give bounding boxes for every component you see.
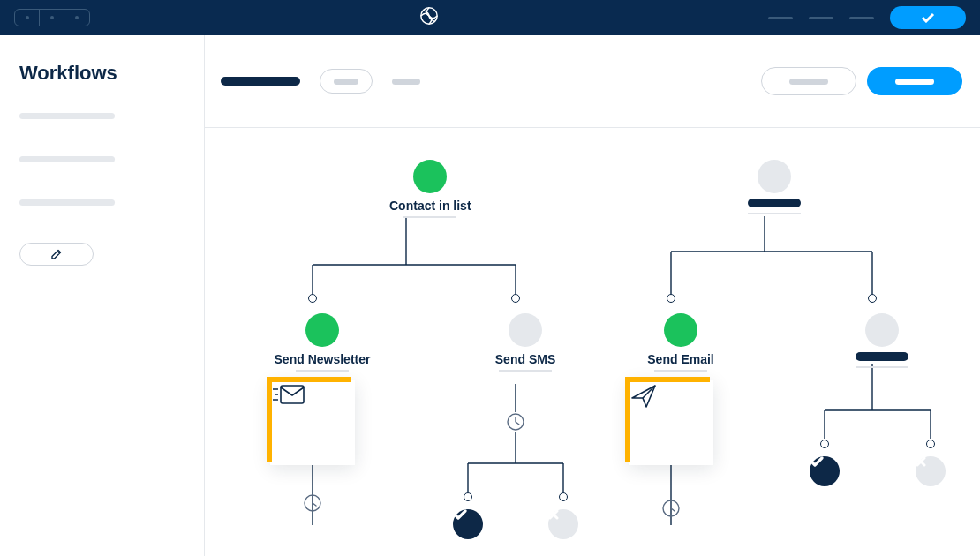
node-sms-yes[interactable] xyxy=(453,509,483,539)
check-icon xyxy=(305,313,339,347)
window-btn-3[interactable] xyxy=(64,10,89,26)
branch-point-icon xyxy=(464,492,472,501)
clock-icon xyxy=(661,499,681,518)
node-send-sms[interactable]: Send SMS xyxy=(499,313,552,372)
envelope-icon xyxy=(270,380,307,409)
toolbar xyxy=(205,35,980,128)
window-btn-1[interactable] xyxy=(15,10,40,26)
node-right-sub[interactable] xyxy=(856,313,908,368)
close-icon xyxy=(758,160,791,193)
branch-point-icon xyxy=(868,294,877,303)
branch-point-icon xyxy=(667,294,675,303)
node-send-newsletter[interactable]: Send Newsletter xyxy=(296,313,349,372)
svg-rect-1 xyxy=(281,386,304,403)
topbar-item-3[interactable] xyxy=(849,17,874,19)
app-logo-icon xyxy=(419,6,439,29)
toolbar-primary-button[interactable] xyxy=(867,67,962,95)
sidebar-edit-button[interactable] xyxy=(19,243,94,266)
toolbar-pill[interactable] xyxy=(320,69,373,94)
node-contact-in-list[interactable]: Contact in list xyxy=(389,160,471,218)
sidebar: Workflows xyxy=(0,35,205,556)
paper-plane-icon xyxy=(629,380,660,412)
clock-icon xyxy=(506,412,525,432)
topbar-item-1[interactable] xyxy=(768,17,793,19)
close-icon xyxy=(865,313,899,347)
node-right-yes[interactable] xyxy=(810,456,840,486)
sidebar-item-1[interactable] xyxy=(19,113,115,119)
card-email[interactable] xyxy=(629,380,713,465)
check-icon xyxy=(413,160,447,193)
branch-point-icon xyxy=(820,440,829,448)
node-root-right[interactable] xyxy=(748,160,801,214)
card-newsletter[interactable] xyxy=(270,380,355,465)
branch-point-icon xyxy=(559,492,568,501)
sidebar-title: Workflows xyxy=(19,62,185,85)
toolbar-tab-2[interactable] xyxy=(392,79,420,85)
sidebar-item-2[interactable] xyxy=(19,156,115,162)
branch-point-icon xyxy=(511,294,520,303)
topbar-done-button[interactable] xyxy=(890,6,966,29)
node-right-no[interactable] xyxy=(916,456,946,486)
clock-icon xyxy=(303,493,322,513)
close-icon xyxy=(509,313,542,347)
topbar xyxy=(0,0,980,35)
node-sms-no[interactable] xyxy=(548,509,578,539)
pencil-icon xyxy=(50,248,63,260)
branch-point-icon xyxy=(926,440,935,448)
branch-point-icon xyxy=(308,294,317,303)
node-send-email[interactable]: Send Email xyxy=(654,313,707,372)
topbar-item-2[interactable] xyxy=(809,17,833,19)
workflow-canvas[interactable]: Contact in list Send Newsletter xyxy=(205,128,980,556)
toolbar-tab-active[interactable] xyxy=(221,77,300,86)
toolbar-secondary-button[interactable] xyxy=(761,67,856,95)
window-controls xyxy=(14,9,90,26)
sidebar-item-3[interactable] xyxy=(19,199,115,206)
window-btn-2[interactable] xyxy=(40,10,64,26)
check-icon xyxy=(664,313,697,347)
